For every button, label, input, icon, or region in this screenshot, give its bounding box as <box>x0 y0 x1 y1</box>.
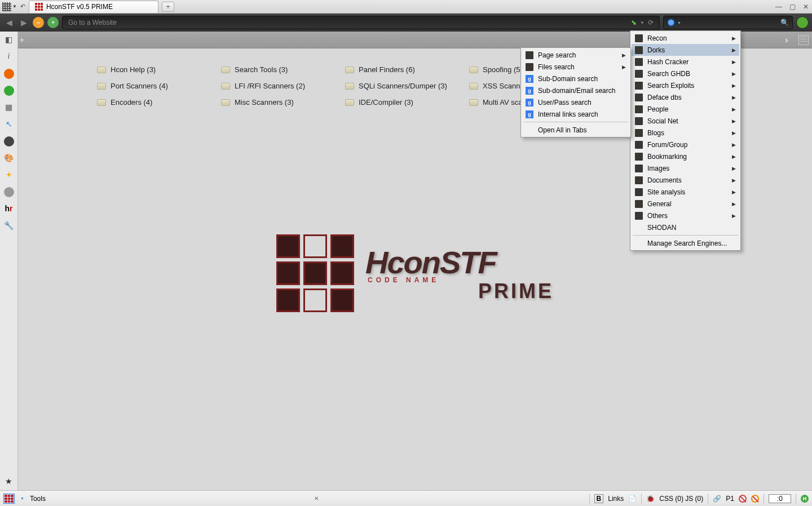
close-icon[interactable]: ✕ <box>802 3 810 11</box>
folder-item[interactable]: Port Scanners (4) <box>97 82 221 90</box>
folder-item[interactable]: SQLi Scanners/Dumper (3) <box>345 82 469 90</box>
sidebar-panel-icon[interactable]: ◧ <box>4 35 14 45</box>
menu-item-social-net[interactable]: Social Net▶ <box>632 115 739 127</box>
maximize-icon[interactable]: ▢ <box>788 3 796 11</box>
submenu-item-open-all-tabs[interactable]: Open All in Tabs <box>522 124 629 136</box>
folder-item[interactable]: Hcon Help (3) <box>97 65 221 74</box>
reload-in-urlbar-icon[interactable]: ⟳ <box>648 19 654 26</box>
add-bookmark-icon[interactable]: + <box>19 35 24 45</box>
folder-icon <box>345 99 354 106</box>
submenu-item-page-search[interactable]: Page search▶ <box>522 49 629 61</box>
undo-close-tab-icon[interactable]: ↶ <box>20 3 25 10</box>
new-tab-button[interactable]: + <box>162 2 174 12</box>
reload-button[interactable]: + <box>47 17 59 28</box>
menu-item-recon[interactable]: Recon▶ <box>632 32 739 44</box>
status-file-icon[interactable]: 📄 <box>628 495 637 503</box>
folder-item[interactable]: Encoders (4) <box>97 98 221 106</box>
submenu-item-user-pass-search[interactable]: gUser/Pass search <box>522 96 629 108</box>
sidebar-bulb-icon[interactable] <box>4 187 14 197</box>
sidebar-mask-icon[interactable] <box>4 136 14 147</box>
status-p1-label[interactable]: P1 <box>726 495 734 503</box>
folder-item[interactable]: Misc Scanners (3) <box>221 98 345 106</box>
menu-item-hash-cracker[interactable]: Hash Cracker▶ <box>632 56 739 68</box>
sidebar-orange-icon[interactable] <box>4 69 14 79</box>
sidebar-hr-icon[interactable]: hr <box>4 204 14 214</box>
search-engine-caret[interactable]: ▼ <box>677 21 681 25</box>
minimize-icon[interactable]: — <box>775 3 783 11</box>
back-button[interactable]: ◀ <box>3 17 15 28</box>
google-icon: g <box>526 87 533 95</box>
sidebar-info-icon[interactable]: i <box>4 52 14 62</box>
submenu-item-files-search[interactable]: Files search▶ <box>522 61 629 73</box>
status-h-icon[interactable]: H <box>801 495 809 503</box>
tab-favicon <box>35 3 43 11</box>
folder-item[interactable]: Search Tools (3) <box>221 65 345 74</box>
google-icon: g <box>526 110 533 118</box>
status-close-icon[interactable]: ✕ <box>314 495 319 501</box>
addons-icon[interactable]: ⬊ <box>631 19 637 26</box>
submenu-item-internal-links-search[interactable]: gInternal links search <box>522 108 629 120</box>
logo-grid-icon <box>276 234 354 312</box>
sidebar-wrench-icon[interactable]: 🔧 <box>4 221 14 231</box>
sidebar-grid-icon[interactable]: ▦ <box>4 103 14 113</box>
menu-item-people[interactable]: People▶ <box>632 103 739 115</box>
submenu-arrow-icon: ▶ <box>732 83 736 88</box>
folder-item[interactable]: IDE/Compiler (3) <box>345 98 469 106</box>
folder-icon <box>635 94 643 101</box>
forward-button[interactable]: ▶ <box>18 17 29 28</box>
start-menu-icon[interactable] <box>3 494 15 504</box>
menu-item-bookmarking[interactable]: Bookmarking▶ <box>632 150 739 162</box>
firebug-icon[interactable]: 🐞 <box>646 495 655 503</box>
status-zero-label: :0 <box>769 494 791 503</box>
sidebar-green-icon[interactable] <box>4 86 14 96</box>
submenu-arrow-icon: ▶ <box>732 71 736 77</box>
status-tools-label[interactable]: Tools <box>30 495 46 503</box>
logo: HconSTF CODE NAME PRIME <box>276 234 554 312</box>
submenu-item-sub-domain-search[interactable]: gSub-Domain search <box>522 73 629 85</box>
menu-item-deface-dbs[interactable]: Deface dbs▶ <box>632 91 739 103</box>
folder-item[interactable]: LFI /RFI Scanners (2) <box>221 82 345 90</box>
urlbar-dropdown-icon[interactable]: ▼ <box>640 20 645 25</box>
bold-icon[interactable]: B <box>594 494 604 503</box>
tab-groups-caret[interactable]: ▼ <box>12 4 17 9</box>
submenu-item-sub-domain-email-search[interactable]: gSub-domain/Email search <box>522 85 629 96</box>
search-submit-icon[interactable]: 🔍 <box>780 19 789 26</box>
submenu-arrow-icon: ▶ <box>732 142 736 148</box>
sidebar-cursor-icon[interactable]: ↖ <box>4 119 14 130</box>
status-link-icon[interactable]: 🔗 <box>713 495 721 503</box>
browser-tab[interactable]: HconSTF v0.5 PRIME <box>29 1 158 13</box>
menu-item-general[interactable]: General▶ <box>632 198 739 210</box>
menu-item-manage-search-engines[interactable]: Manage Search Engines... <box>632 237 739 249</box>
sidebar-spark-icon[interactable]: ✦ <box>4 170 14 180</box>
folder-icon <box>345 66 354 73</box>
tab-groups-icon[interactable] <box>2 2 11 11</box>
menu-item-others[interactable]: Others▶ <box>632 210 739 221</box>
menu-item-images[interactable]: Images▶ <box>632 162 739 174</box>
menu-item-documents[interactable]: Documents▶ <box>632 174 739 186</box>
window-controls: — ▢ ✕ <box>775 3 810 11</box>
sidebar-star-icon[interactable]: ★ <box>4 477 14 487</box>
menu-item-dorks[interactable]: Dorks▶ <box>632 44 739 56</box>
url-bar[interactable]: Go to a Website ⬊ ▼ ⟳ <box>62 16 660 29</box>
noscript-icon[interactable] <box>739 495 747 503</box>
folder-icon <box>635 129 643 137</box>
folder-item[interactable]: Panel Finders (6) <box>345 65 469 74</box>
menu-item-forum-group[interactable]: Forum/Group▶ <box>632 139 739 150</box>
profile-avatar-icon[interactable] <box>796 16 809 29</box>
bookmark-list-icon[interactable] <box>798 35 809 45</box>
menu-item-blogs[interactable]: Blogs▶ <box>632 127 739 139</box>
menu-item-search-exploits[interactable]: Search Exploits▶ <box>632 79 739 91</box>
submenu-arrow-icon: ▶ <box>732 35 736 41</box>
bookmark-overflow-icon[interactable]: ››› <box>785 35 786 45</box>
sidebar-palette-icon[interactable]: 🎨 <box>4 153 14 163</box>
search-bar[interactable]: ▼ 🔍 <box>663 16 793 29</box>
stop-button[interactable]: – <box>33 17 44 28</box>
menu-item-site-analysis[interactable]: Site analysis▶ <box>632 186 739 198</box>
menu-item-search-ghdb[interactable]: Search GHDB▶ <box>632 68 739 79</box>
start-menu-caret[interactable]: ▼ <box>20 496 24 500</box>
adblock-icon[interactable] <box>751 495 759 503</box>
status-links-label[interactable]: Links <box>608 495 624 503</box>
folder-icon <box>635 82 643 90</box>
menu-item-shodan[interactable]: SHODAN <box>632 221 739 233</box>
search-engine-icon[interactable] <box>667 19 675 26</box>
